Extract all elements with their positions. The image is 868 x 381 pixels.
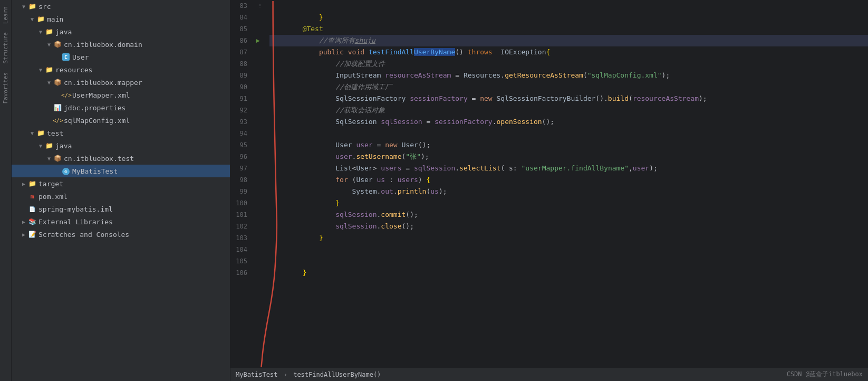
- tree-item-testjava[interactable]: ▼ 📁 java: [12, 139, 230, 152]
- folder-src-icon: 📁: [27, 3, 37, 10]
- xml-usermapper-icon: </>: [61, 92, 71, 99]
- tree-item-sqlmap[interactable]: ▶ </> sqlMapConfig.xml: [12, 114, 230, 127]
- tree-item-extlibs[interactable]: ▶ 📚 External Libraries: [12, 215, 230, 228]
- line-num-90: 90: [230, 81, 250, 93]
- tree-item-test[interactable]: ▼ 📁 test: [12, 127, 230, 139]
- extlibs-icon: 📚: [27, 218, 37, 225]
- status-bar: MyBatisTest › testFindAllUserByName() CS…: [230, 367, 868, 381]
- arrow-scratches: ▶: [20, 232, 27, 237]
- arrow-target: ▶: [20, 181, 27, 187]
- xml-sqlmap-icon: </>: [53, 117, 62, 124]
- package-mapper-icon: 📦: [53, 79, 62, 86]
- line-num-85: 85: [230, 23, 250, 35]
- package-testpkg-icon: 📦: [53, 155, 62, 162]
- arrow-test: ▼: [28, 130, 36, 136]
- folder-resources-icon: 📁: [44, 66, 54, 73]
- line-num-100: 100: [230, 197, 250, 209]
- arrow-src: ▼: [20, 4, 27, 9]
- line-num-94: 94: [230, 128, 250, 139]
- tree-item-user[interactable]: ▶ C User: [12, 51, 230, 63]
- watermark: CSDN @蓝盒子itbluebox: [787, 370, 863, 379]
- code-line-103: [269, 232, 868, 244]
- breadcrumb-method: testFindAllUserByName(): [293, 371, 381, 378]
- line-num-87: 87: [230, 46, 250, 58]
- tree-item-iml[interactable]: ▶ 📄 spring-mybatis.iml: [12, 203, 230, 215]
- code-area[interactable]: 83 84 85 86 87 88 89 90 91 92 93 94 95 9…: [230, 0, 868, 367]
- arrow-testpkg: ▼: [45, 156, 53, 161]
- line-num-103: 103: [230, 232, 250, 244]
- line-num-106: 106: [230, 267, 250, 279]
- tree-item-jdbc[interactable]: ▶ 📊 jdbc.properties: [12, 101, 230, 114]
- package-domain-icon: 📦: [53, 41, 62, 48]
- pom-icon: m: [27, 193, 37, 200]
- line-num-97: 97: [230, 163, 250, 174]
- label-usermapper: UserMapper.xml: [71, 91, 130, 99]
- label-extlibs: External Libraries: [37, 218, 113, 226]
- folder-target-icon: 📁: [27, 180, 37, 187]
- line-num-84: 84: [230, 12, 250, 23]
- code-line-84: @Test: [269, 12, 868, 23]
- folder-testjava-icon: 📁: [44, 142, 54, 149]
- structure-tab[interactable]: Structure: [1, 28, 11, 68]
- label-user: User: [71, 53, 89, 61]
- label-jdbc: jdbc.properties: [62, 104, 126, 112]
- arrow-testjava: ▼: [37, 143, 44, 149]
- class-user-icon: C: [61, 53, 71, 61]
- tree-item-main[interactable]: ▼ 📁 main: [12, 13, 230, 25]
- tree-item-pom[interactable]: ▶ m pom.xml: [12, 190, 230, 203]
- label-main: main: [45, 15, 63, 23]
- tree-item-target[interactable]: ▶ 📁 target: [12, 177, 230, 190]
- arrow-jdbc: ▶: [45, 105, 53, 111]
- line-num-88: 88: [230, 58, 250, 70]
- folder-main-icon: 📁: [36, 15, 45, 23]
- class-mybatistest-icon: ⚙: [61, 167, 71, 175]
- line-num-98: 98: [230, 174, 250, 186]
- fold-dot-83: ⋮: [258, 0, 262, 12]
- line-num-91: 91: [230, 93, 250, 104]
- line-num-86: 86: [230, 35, 250, 46]
- arrow-resources: ▼: [37, 67, 44, 73]
- line-num-99: 99: [230, 186, 250, 197]
- scratches-icon: 📝: [27, 231, 37, 238]
- label-resources: resources: [54, 66, 92, 74]
- tree-item-resources[interactable]: ▼ 📁 resources: [12, 63, 230, 76]
- arrow-pom: ▶: [20, 194, 27, 199]
- tree-item-java[interactable]: ▼ 📁 java: [12, 25, 230, 38]
- code-content[interactable]: } @Test //查询所有shuju public void testFind…: [265, 0, 868, 367]
- label-test: test: [45, 129, 63, 137]
- tree-item-scratches[interactable]: ▶ 📝 Scratches and Consoles: [12, 228, 230, 241]
- editor-panel: 83 84 85 86 87 88 89 90 91 92 93 94 95 9…: [230, 0, 868, 381]
- line-num-101: 101: [230, 209, 250, 221]
- line-num-92: 92: [230, 104, 250, 116]
- tree-item-src[interactable]: ▼ 📁 src: [12, 0, 230, 13]
- arrow-domain: ▼: [45, 42, 53, 47]
- line-num-104: 104: [230, 244, 250, 255]
- label-testpkg: cn.itbluebox.test: [62, 155, 134, 163]
- learn-tab[interactable]: Learn: [1, 2, 11, 28]
- favorites-tab[interactable]: Favorites: [1, 68, 11, 108]
- arrow-main: ▼: [28, 16, 36, 22]
- line-num-89: 89: [230, 70, 250, 81]
- line-num-96: 96: [230, 151, 250, 163]
- line-num-102: 102: [230, 221, 250, 232]
- arrow-sqlmap: ▶: [45, 118, 53, 123]
- folder-test-icon: 📁: [36, 129, 45, 137]
- tree-item-mybatistest[interactable]: ▶ ⚙ MyBatisTest: [12, 165, 230, 177]
- arrow-iml: ▶: [20, 206, 27, 212]
- code-line-83: }: [269, 0, 868, 12]
- label-sqlmap: sqlMapConfig.xml: [62, 117, 130, 125]
- tree-item-usermapper[interactable]: ▶ </> UserMapper.xml: [12, 89, 230, 101]
- arrow-extlibs: ▶: [20, 219, 27, 225]
- code-line-104: [269, 244, 868, 255]
- label-target: target: [37, 180, 63, 188]
- tree-item-testpkg[interactable]: ▼ 📦 cn.itbluebox.test: [12, 152, 230, 165]
- breadcrumb: MyBatisTest › testFindAllUserByName(): [236, 371, 381, 378]
- label-src: src: [37, 3, 51, 11]
- line-num-93: 93: [230, 116, 250, 128]
- tree-item-mapper[interactable]: ▼ 📦 cn.itbluebox.mapper: [12, 76, 230, 89]
- line-numbers: 83 84 85 86 87 88 89 90 91 92 93 94 95 9…: [230, 0, 255, 367]
- props-jdbc-icon: 📊: [53, 104, 62, 111]
- code-line-94: User user = new User();: [269, 128, 868, 139]
- folder-java-icon: 📁: [44, 28, 54, 35]
- tree-item-domain[interactable]: ▼ 📦 cn.itbluebox.domain: [12, 38, 230, 51]
